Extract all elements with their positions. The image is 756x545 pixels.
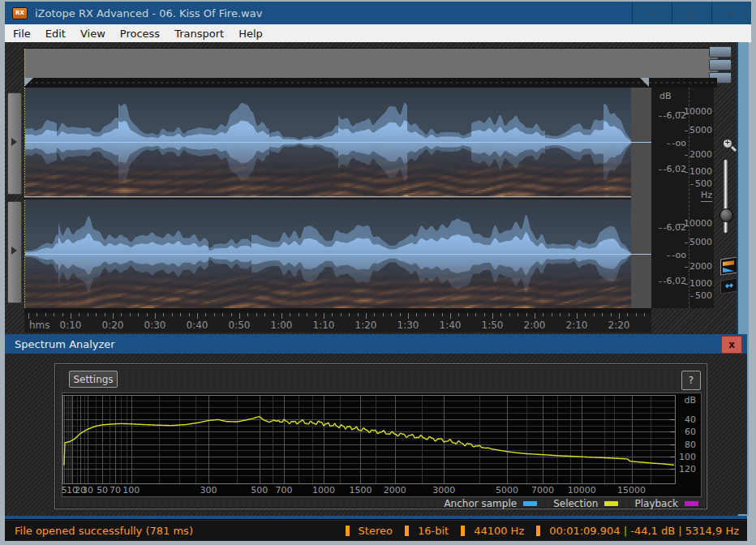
ruler-tick [189,313,190,316]
legend-label: Playback [634,498,678,509]
frequency-label-ch1: 2000 [685,149,712,160]
title-bar[interactable]: RX iZotope RX Advanced - 06. Kiss Of Fir… [5,2,751,24]
spectrum-analyzer-title-bar[interactable]: Spectrum Analyzer x [5,334,747,354]
channel-2-handle[interactable] [7,201,22,303]
spectrum-freq-tick-label: 10000 [568,485,596,496]
ruler-tick [79,313,79,316]
spectrum-freq-tick-label: 500 [251,485,268,496]
ruler-time-label: 1:10 [313,320,335,331]
frequency-label-ch1: 10000 [679,106,712,117]
ruler-time-label: 2:00 [524,320,546,331]
ruler-tick [416,313,417,316]
ruler-unit-label: hms [29,320,50,331]
spectrum-freq-tick-label: 700 [275,485,292,496]
ruler-tick [552,313,552,316]
ruler-tick [264,313,265,316]
legend-label: Anchor sample [444,498,517,509]
ruler-tick [644,313,645,316]
spectrum-freq-tick-label: 5000 [496,485,518,496]
spectrogram-waveform-blend-button[interactable] [720,256,738,275]
ruler-tick [299,313,299,316]
ruler-tick [425,313,426,316]
ruler-time-label: 1:00 [271,320,293,331]
spectrum-plot: dB 4060801001205102030507010030050070010… [62,393,702,497]
spectrum-freq-tick-label: 100 [122,485,140,496]
zoom-slider-knob[interactable] [719,208,733,222]
minimize-button[interactable]: – [632,2,672,24]
ruler-time-label: 1:50 [482,320,504,331]
ruler-time-label: 2:20 [608,320,630,331]
settings-button[interactable]: Settings [69,371,118,388]
overview-button-2[interactable] [709,59,732,71]
frequency-label-ch2: 10000 [679,218,712,229]
ruler-tick [332,313,333,316]
ruler-tick [147,313,148,316]
ruler-tick [247,313,248,316]
visible-range-bar[interactable] [24,78,717,88]
zero-line-channel-2 [631,254,651,255]
amplitude-label-ch1: -6,02 [659,164,686,174]
frequency-label-ch2: 500 [690,290,712,301]
spectrum-freq-tick-label: 1500 [349,485,372,496]
menu-item-view[interactable]: View [73,28,113,40]
help-button[interactable]: ? [681,371,701,390]
spectrum-db-tick-label: 40 [685,414,696,425]
channel-2-canvas[interactable] [25,200,632,308]
ruler-tick [281,313,282,319]
spectrum-analyzer-body: Settings ? dB 40608010012051020305070100… [5,354,747,514]
ruler-tick [585,313,586,316]
ruler-tick [400,313,401,316]
menu-item-transport[interactable]: Transport [167,28,231,40]
range-handle-right[interactable] [640,78,649,87]
ruler-tick [619,313,620,319]
ruler-tick [180,313,181,316]
menu-item-process[interactable]: Process [113,28,167,40]
ruler-tick [214,313,215,316]
waveform-spectrogram-display[interactable] [24,88,632,313]
spectrum-db-unit-label: dB [684,395,696,406]
spectrum-legend: Anchor sampleSelectionPlayback [427,498,698,509]
ruler-tick [526,313,527,316]
ruler-tick [163,313,164,316]
ruler-tick [88,313,88,316]
menu-item-edit[interactable]: Edit [38,28,73,40]
ruler-tick [442,313,443,316]
overview-button-1[interactable] [709,46,732,58]
spectrum-db-tick-label: 80 [685,440,696,450]
vertical-scales[interactable]: dB Hz -6,02-oo-6,0210000500020001000500-… [651,88,714,308]
ruler-time-label: 0:50 [229,320,251,331]
channel-1-handle[interactable] [7,92,22,195]
ruler-tick [374,313,375,316]
overview-waveform-canvas[interactable] [24,49,717,78]
ruler-tick [366,313,367,319]
close-button[interactable]: x [711,2,751,24]
ruler-time-label: 1:40 [440,320,462,331]
status-field: 44100 Hz [474,525,524,537]
ruler-tick [450,313,451,319]
ruler-tick [577,313,578,319]
channel-divider [24,196,631,200]
ruler-tick [458,313,459,316]
range-handle-left[interactable] [24,78,33,87]
ruler-tick [484,313,485,316]
ruler-tick [324,313,324,319]
frequency-label-ch1: 500 [690,178,712,189]
ruler-tick [518,313,518,316]
spectrum-analyzer-panel: Settings ? dB 40608010012051020305070100… [54,363,707,509]
ruler-tick [627,313,628,316]
triangle-right-icon [11,138,17,146]
ruler-tick [71,313,71,319]
ruler-time-label: 2:10 [566,320,588,331]
spectrum-close-button[interactable]: x [721,336,742,354]
menu-item-file[interactable]: File [5,28,38,40]
menu-item-help[interactable]: Help [231,28,270,40]
time-ruler[interactable]: hms 0:100:200:300:400:501:001:101:201:30… [24,313,651,333]
ruler-tick [105,313,105,316]
spectrum-freq-tick-label: 1000 [312,485,335,496]
zoom-in-icon[interactable]: + [722,138,737,152]
ruler-time-label: 0:20 [102,320,124,331]
spectrum-freq-tick-label: 7000 [531,485,554,496]
horizontal-scroll-button[interactable]: ↔ [720,277,738,294]
channel-1-canvas[interactable] [25,88,632,196]
maximize-button[interactable]: □ [672,2,711,24]
